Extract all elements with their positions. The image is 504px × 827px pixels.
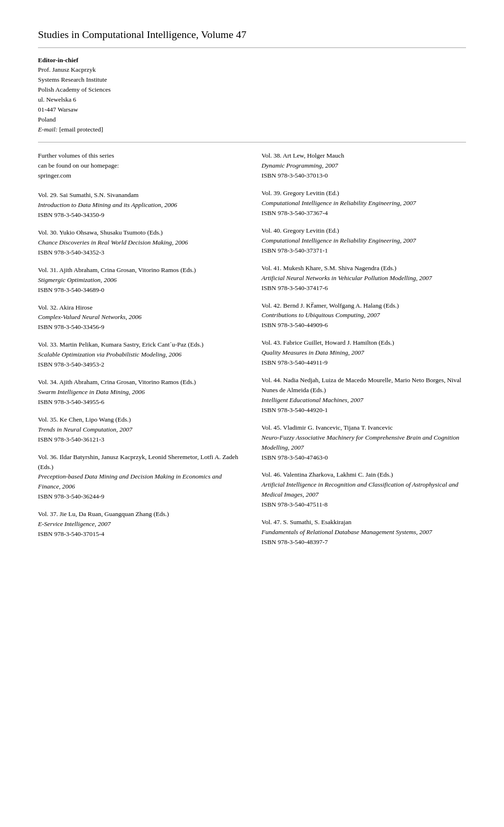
vol38-title: Dynamic Programming, 2007 [261, 161, 466, 171]
vol36-ref: Vol. 36. Ildar Batyrshin, Janusz Kacprzy… [38, 452, 243, 472]
editor-label: Editor-in-chief [38, 56, 466, 64]
vol46-ref: Vol. 46. Valentina Zharkova, Lakhmi C. J… [261, 470, 466, 480]
vol30-title: Chance Discoveries in Real World Decisio… [38, 238, 243, 248]
email-label: E-mail: [38, 126, 57, 133]
vol46-title: Artificial Intelligence in Recognition a… [261, 480, 466, 500]
list-item: Vol. 31. Ajith Abraham, Crina Grosan, Vi… [38, 265, 243, 295]
list-item: Vol. 41. Mukesh Khare, S.M. Shiva Nagend… [261, 263, 466, 293]
list-item: Vol. 42. Bernd J. Kr̈amer, Wolfgang A. H… [261, 301, 466, 331]
email-value: [email protected] [59, 126, 103, 133]
vol41-title: Artificial Neural Networks in Vehicular … [261, 273, 466, 283]
homepage-note: Further volumes of this series can be fo… [38, 151, 243, 181]
vol46-isbn: ISBN 978-3-540-47511-8 [261, 500, 466, 510]
list-item: Vol. 39. Gregory Levitin (Ed.) Computati… [261, 188, 466, 218]
vol43-title: Quality Measures in Data Mining, 2007 [261, 348, 466, 358]
vol39-isbn: ISBN 978-3-540-37367-4 [261, 208, 466, 218]
list-item: Vol. 37. Jie Lu, Da Ruan, Guangquan Zhan… [38, 509, 243, 539]
list-item: Vol. 40. Gregory Levitin (Ed.) Computati… [261, 226, 466, 256]
vol35-ref: Vol. 35. Ke Chen, Lipo Wang (Eds.) [38, 415, 243, 425]
vol45-ref: Vol. 45. Vladimir G. Ivancevic, Tijana T… [261, 423, 466, 433]
vol32-ref: Vol. 32. Akira Hirose [38, 303, 243, 313]
vol47-isbn: ISBN 978-3-540-48397-7 [261, 537, 466, 547]
editor-email-line: E-mail: [email protected] [38, 125, 466, 135]
page-title: Studies in Computational Intelligence, V… [38, 28, 466, 48]
vol34-isbn: ISBN 978-3-540-34955-6 [38, 397, 243, 407]
list-item: Vol. 45. Vladimir G. Ivancevic, Tijana T… [261, 423, 466, 463]
editor-academy: Polish Academy of Sciences [38, 85, 466, 95]
list-item: Vol. 47. S. Sumathi, S. Esakkirajan Fund… [261, 517, 466, 547]
right-column: Vol. 38. Art Lew, Holger Mauch Dynamic P… [261, 151, 466, 554]
vol31-isbn: ISBN 978-3-540-34689-0 [38, 285, 243, 295]
vol44-title: Intelligent Educational Machines, 2007 [261, 395, 466, 405]
vol30-isbn: ISBN 978-3-540-34352-3 [38, 248, 243, 258]
vol36-title: Preception-based Data Mining and Decisio… [38, 472, 243, 492]
page: Studies in Computational Intelligence, V… [0, 0, 504, 827]
main-content: Further volumes of this series can be fo… [38, 151, 466, 554]
vol45-isbn: ISBN 978-3-540-47463-0 [261, 453, 466, 463]
vol37-ref: Vol. 37. Jie Lu, Da Ruan, Guangquan Zhan… [38, 509, 243, 519]
vol41-ref: Vol. 41. Mukesh Khare, S.M. Shiva Nagend… [261, 263, 466, 273]
vol45-title: Neuro-Fuzzy Associative Machinery for Co… [261, 433, 466, 453]
homepage-url: springer.com [38, 171, 243, 181]
editor-address: ul. Newelska 6 [38, 95, 466, 105]
vol31-title: Stigmergic Optimization, 2006 [38, 275, 243, 285]
vol43-ref: Vol. 43. Fabrice Guillet, Howard J. Hami… [261, 338, 466, 348]
vol38-ref: Vol. 38. Art Lew, Holger Mauch [261, 151, 466, 161]
vol40-ref: Vol. 40. Gregory Levitin (Ed.) [261, 226, 466, 236]
list-item: Vol. 32. Akira Hirose Complex-Valued Neu… [38, 303, 243, 333]
vol38-isbn: ISBN 978-3-540-37013-0 [261, 171, 466, 181]
vol47-ref: Vol. 47. S. Sumathi, S. Esakkirajan [261, 517, 466, 527]
list-item: Vol. 43. Fabrice Guillet, Howard J. Hami… [261, 338, 466, 368]
list-item: Vol. 30. Yukio Ohsawa, Shusaku Tsumoto (… [38, 228, 243, 258]
vol34-title: Swarm Intelligence in Data Mining, 2006 [38, 387, 243, 397]
vol36-isbn: ISBN 978-3-540-36244-9 [38, 492, 243, 502]
vol32-isbn: ISBN 978-3-540-33456-9 [38, 322, 243, 332]
vol35-isbn: ISBN 978-3-540-36121-3 [38, 435, 243, 445]
vol29-ref: Vol. 29. Sai Sumathi, S.N. Sivanandam [38, 190, 243, 200]
left-column: Further volumes of this series can be fo… [38, 151, 243, 554]
vol41-isbn: ISBN 978-3-540-37417-6 [261, 283, 466, 293]
vol44-ref: Vol. 44. Nadia Nedjah, Luiza de Macedo M… [261, 376, 466, 395]
homepage-line2: can be found on our homepage: [38, 161, 243, 171]
vol47-title: Fundamentals of Relational Database Mana… [261, 527, 466, 537]
vol37-isbn: ISBN 978-3-540-37015-4 [38, 529, 243, 539]
vol42-title: Contributions to Ubiquitous Computing, 2… [261, 310, 466, 320]
vol33-ref: Vol. 33. Martin Pelikan, Kumara Sastry, … [38, 340, 243, 350]
list-item: Vol. 35. Ke Chen, Lipo Wang (Eds.) Trend… [38, 415, 243, 445]
vol29-isbn: ISBN 978-3-540-34350-9 [38, 210, 243, 220]
editor-details: Prof. Janusz Kacprzyk Systems Research I… [38, 65, 466, 134]
list-item: Vol. 46. Valentina Zharkova, Lakhmi C. J… [261, 470, 466, 510]
vol44-isbn: ISBN 978-3-540-44920-1 [261, 405, 466, 415]
editor-institution: Systems Research Institute [38, 75, 466, 85]
vol32-title: Complex-Valued Neural Networks, 2006 [38, 312, 243, 322]
vol35-title: Trends in Neural Computation, 2007 [38, 425, 243, 435]
vol40-isbn: ISBN 978-3-540-37371-1 [261, 246, 466, 256]
editor-section: Editor-in-chief Prof. Janusz Kacprzyk Sy… [38, 56, 466, 142]
list-item: Vol. 34. Ajith Abraham, Crina Grosan, Vi… [38, 377, 243, 407]
vol40-title: Computational Intelligence in Reliabilit… [261, 236, 466, 246]
vol37-title: E-Service Intelligence, 2007 [38, 519, 243, 529]
editor-city: 01-447 Warsaw [38, 105, 466, 115]
vol29-title: Introduction to Data Mining and its Appl… [38, 200, 243, 210]
vol33-title: Scalable Optimization via Probabilistic … [38, 350, 243, 360]
vol34-ref: Vol. 34. Ajith Abraham, Crina Grosan, Vi… [38, 377, 243, 387]
editor-name: Prof. Janusz Kacprzyk [38, 65, 466, 75]
vol43-isbn: ISBN 978-3-540-44911-9 [261, 358, 466, 368]
list-item: Vol. 38. Art Lew, Holger Mauch Dynamic P… [261, 151, 466, 181]
vol30-ref: Vol. 30. Yukio Ohsawa, Shusaku Tsumoto (… [38, 228, 243, 238]
list-item: Vol. 33. Martin Pelikan, Kumara Sastry, … [38, 340, 243, 370]
list-item: Vol. 36. Ildar Batyrshin, Janusz Kacprzy… [38, 452, 243, 502]
vol42-isbn: ISBN 978-3-540-44909-6 [261, 320, 466, 330]
vol39-ref: Vol. 39. Gregory Levitin (Ed.) [261, 188, 466, 198]
list-item: Vol. 44. Nadia Nedjah, Luiza de Macedo M… [261, 376, 466, 415]
list-item: Vol. 29. Sai Sumathi, S.N. Sivanandam In… [38, 190, 243, 220]
vol33-isbn: ISBN 978-3-540-34953-2 [38, 360, 243, 370]
editor-country: Poland [38, 115, 466, 125]
vol42-ref: Vol. 42. Bernd J. Kr̈amer, Wolfgang A. H… [261, 301, 466, 311]
vol39-title: Computational Intelligence in Reliabilit… [261, 198, 466, 208]
homepage-line1: Further volumes of this series [38, 151, 243, 161]
vol31-ref: Vol. 31. Ajith Abraham, Crina Grosan, Vi… [38, 265, 243, 275]
